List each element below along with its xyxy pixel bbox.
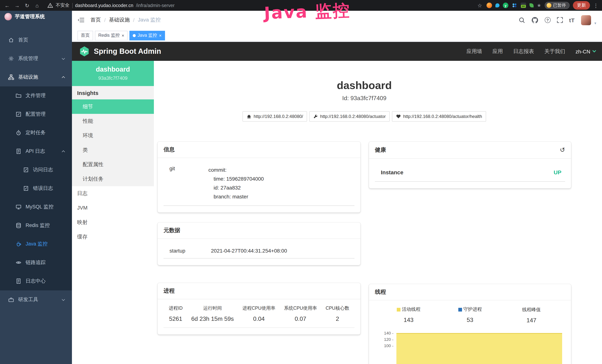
tab-label: 首页 [81,32,90,39]
process-col-uptime: 运行时间 6d 23h 15m 59s [191,305,234,322]
screen: ← → ↻ ⌂ 不安全 dashboard.yudao.iocoder.cn/i… [0,0,602,364]
tab-redis-monitor[interactable]: Redis 监控 × [95,31,128,40]
actuator-url-link[interactable]: http://192.168.0.2:48080/actuator [310,111,390,122]
extension-fox-icon[interactable] [486,3,492,8]
sba-menu-environment[interactable]: 环境 [72,128,154,143]
sba-menu-config-props[interactable]: 配置属性 [72,157,154,172]
bookmark-star-icon[interactable]: ☆ [476,2,483,8]
sidebar-item-label: MySQL 监控 [26,203,54,210]
address-bar[interactable]: 不安全 dashboard.yudao.iocoder.cn/infra/adm… [47,2,175,9]
sidebar-item-api-logs[interactable]: API 日志 [0,142,72,161]
toolbox-icon [8,297,14,303]
reload-icon[interactable]: ↻ [24,2,30,8]
sba-header: Spring Boot Admin 应用墙 应用 日志报表 关于我们 zh-CN [72,42,602,61]
help-icon[interactable]: ? [545,17,551,23]
admin-sidebar: 芋道管理系统 首页 系统管理 [0,11,72,364]
sidebar-item-link-tracing[interactable]: 链路追踪 [0,253,72,272]
profile-paused-badge[interactable]: 已暂停 [545,2,570,9]
process-col-pid: 进程ID 5261 [169,305,183,322]
health-url-link[interactable]: http://192.168.0.2:48080/actuator/health [392,111,486,122]
browser-update-button[interactable]: 更新 [573,1,590,10]
page-subtitle: Id: 93a3fc7f7409 [154,95,575,102]
sba-menu-classes[interactable]: 类 [72,143,154,157]
sidebar-item-system-management[interactable]: 系统管理 [0,49,72,68]
forward-icon[interactable]: → [14,2,20,8]
sidebar-item-redis-monitor[interactable]: Redis 监控 [0,216,72,235]
service-url-link[interactable]: http://192.168.0.2:48080/ [243,111,307,122]
history-icon[interactable]: ↺ [560,146,565,154]
avatar-caret-icon[interactable]: ▾ [594,21,596,25]
spring-boot-admin-logo-icon [79,46,90,57]
tab-label: Java 监控 [138,32,157,39]
startup-row: startup 2021-04-27T00:44:31.254+08:00 [163,244,355,258]
sba-nav-journal[interactable]: 日志报表 [513,48,534,55]
sba-menu-metrics[interactable]: 性能 [72,114,154,128]
process-col-syscpu: 系统CPU使用率 0.07 [284,305,317,322]
sidebar-item-java-monitor[interactable]: Java 监控 [0,235,72,253]
sba-menu-jvm[interactable]: JVM [72,201,154,215]
eye-icon [16,260,22,266]
sidebar-item-config-management[interactable]: 配置管理 [0,105,72,124]
git-commit-line: commit: [208,165,353,174]
instance-health-row: Instance UP [375,165,565,182]
breadcrumb-home[interactable]: 首页 [90,17,101,23]
sba-nav: 应用墙 应用 日志报表 关于我们 zh-CN [466,48,595,55]
tags-view: 首页 Redis 监控 × Java 监控 × [72,29,602,42]
tab-home[interactable]: 首页 [77,31,93,40]
sba-menu-mappings[interactable]: 映射 [72,215,154,230]
sba-menu-logs[interactable]: 日志 [72,186,154,201]
sidebar-item-log-center[interactable]: 日志中心 [0,272,72,290]
info-card: 信息 git commit: time: 1596289704000 id: 2 [158,142,360,213]
extension-grid-icon[interactable] [512,3,517,8]
sba-nav-applications[interactable]: 应用 [493,48,503,55]
sba-menu-caches[interactable]: 缓存 [72,230,154,244]
instance-links: http://192.168.0.2:48080/ http://192.168… [154,111,575,122]
extension-drop-icon[interactable] [495,3,499,7]
breadcrumb-separator: / [104,17,106,23]
tree-icon [8,74,14,80]
github-icon[interactable] [531,17,538,23]
sba-brand[interactable]: Spring Boot Admin [94,47,161,56]
browser-actions: ☆ y on ★ 已暂停 更新 ⋮ [476,1,599,10]
sidebar-item-label: 首页 [18,37,28,43]
close-icon[interactable]: × [159,33,161,38]
threads-card: 线程 活动线程 143 守护进程 [369,284,571,364]
sidebar-item-label: 文件管理 [26,92,46,99]
metadata-card: 元数据 startup 2021-04-27T00:44:31.254+08:0… [158,223,360,265]
sba-menu-details[interactable]: 细节 [72,99,154,114]
breadcrumb-infrastructure[interactable]: 基础设施 [109,17,130,23]
legend-daemon-threads: 守护进程 53 [439,306,501,324]
extension-leaf-icon[interactable] [529,3,534,7]
back-icon[interactable]: ← [4,2,10,8]
url-host: dashboard.yudao.iocoder.cn [75,3,133,8]
monitor-icon [16,204,22,210]
sidebar-item-mysql-monitor[interactable]: MySQL 监控 [0,198,72,216]
sidebar-item-error-logs[interactable]: 错误日志 [0,179,72,198]
user-avatar[interactable] [581,15,591,25]
extension-pin-icon[interactable]: ★ [537,3,541,8]
sidebar-item-home[interactable]: 首页 [0,31,72,49]
tab-java-monitor[interactable]: Java 监控 × [129,31,165,40]
sidebar-item-scheduled-tasks[interactable]: 定时任务 [0,124,72,142]
app-logo[interactable]: 芋道管理系统 [0,11,72,21]
sidebar-item-file-management[interactable]: 文件管理 [0,86,72,105]
sidebar-item-infrastructure[interactable]: 基础设施 [0,68,72,86]
browser-menu-icon[interactable]: ⋮ [593,2,599,8]
extension-y-icon[interactable]: y [503,3,508,8]
sidebar-item-dev-tools[interactable]: 研发工具 [0,290,72,309]
font-size-icon[interactable]: tT [569,17,575,23]
instance-header[interactable]: dashboard 93a3fc7f7409 [72,61,154,86]
home-icon[interactable]: ⌂ [34,2,40,8]
close-icon[interactable]: × [122,33,124,38]
search-icon[interactable] [519,17,525,23]
java-cup-icon [16,241,22,247]
document-icon [16,278,22,284]
sidebar-item-access-logs[interactable]: 访问日志 [0,161,72,179]
fullscreen-icon[interactable] [557,17,563,23]
sba-locale-select[interactable]: zh-CN [575,48,595,54]
sba-menu-scheduled-tasks[interactable]: 计划任务 [72,172,154,186]
sba-nav-wallboard[interactable]: 应用墙 [466,48,482,55]
hamburger-icon[interactable] [78,17,85,23]
sba-nav-about[interactable]: 关于我们 [544,48,565,55]
extension-on-icon[interactable]: on [521,3,526,8]
